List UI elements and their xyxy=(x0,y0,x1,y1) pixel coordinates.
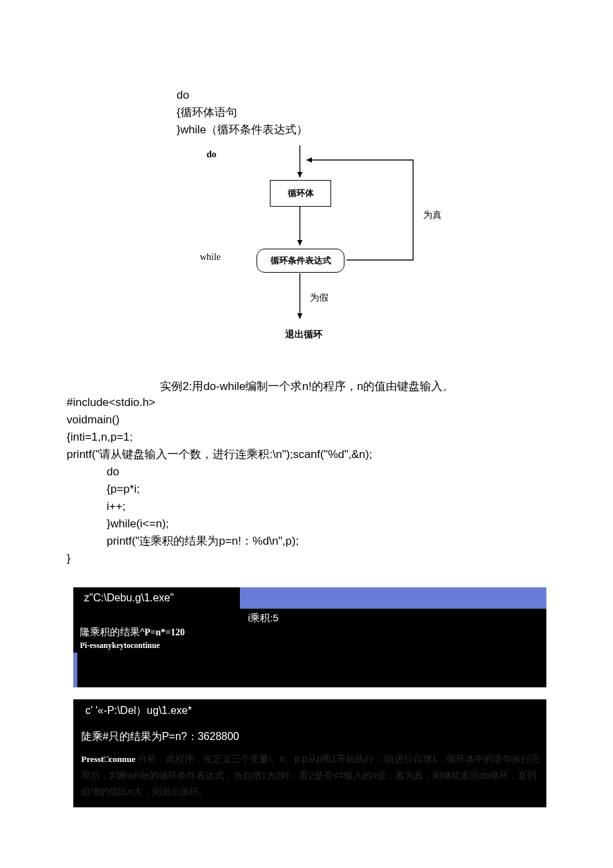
syntax-line: {循环体语句 xyxy=(177,104,613,121)
code-line: do xyxy=(67,463,613,481)
diagram-exit-label: 退出循环 xyxy=(285,329,322,341)
diagram-false-label: 为假 xyxy=(310,292,328,304)
code-line: #include<stdio.h> xyxy=(67,396,155,409)
code-line: printf("请从键盘输入一个数，进行连乘积:\n");scanf("%d",… xyxy=(67,448,372,461)
console1-output-line: 隆乘积的结果^P=n*=120 xyxy=(80,626,185,639)
syntax-line: }while（循环条件表达式） xyxy=(177,121,613,139)
diagram-true-label: 为真 xyxy=(423,209,442,221)
console-window-1: z"C:\Debu.g\1.exe" i乘积:5 隆乘积的结果^P=n*=120… xyxy=(73,587,546,687)
code-line: voidmain() xyxy=(67,413,119,426)
console-group: z"C:\Debu.g\1.exe" i乘积:5 隆乘积的结果^P=n*=120… xyxy=(73,587,546,807)
console1-titlebar-right xyxy=(240,587,546,609)
console1-title: z"C:\Debu.g\1.exe" xyxy=(73,587,240,609)
console2-title: c' '«-P:\Del）ug\1.exe* xyxy=(73,699,546,722)
console1-press-line: Pi-essanykeytocontinue xyxy=(80,641,160,651)
example-text: 实例2:用do-while编制一个求n!的程序，n的值由键盘输入。 xyxy=(160,379,613,394)
flowchart-diagram: do while 循环体 循环条件表达式 为真 为假 退出循环 xyxy=(167,145,500,352)
console-window-2: c' '«-P:\Del）ug\1.exe* 陡乘#只的结果为P=n?：3628… xyxy=(73,699,546,807)
analysis-text: 分析：此程序，先定义三个变量i、n、p,p从p乘1开始执行，i自进行自增1，循环… xyxy=(81,753,540,797)
document-page: do {循环体语句 }while（循环条件表达式） do while 循环体 循… xyxy=(0,0,613,868)
code-line: {inti=1,n,p=1; xyxy=(67,431,133,443)
diagram-do-label: do xyxy=(207,149,217,160)
syntax-block: do {循环体语句 }while（循环条件表达式） xyxy=(177,87,613,139)
syntax-line: do xyxy=(177,87,613,104)
diagram-body-box: 循环体 xyxy=(270,180,331,207)
diagram-while-label: while xyxy=(200,252,221,263)
code-line: } xyxy=(67,552,71,565)
console2-analysis: Presst□connue 分析：此程序，先定义三个变量i、n、p,p从p乘1开… xyxy=(73,748,546,807)
code-line: printf("连乘积的结果为p=n!：%d\n",p); xyxy=(67,533,613,550)
code-block: #include<stdio.h> voidmain() {inti=1,n,p… xyxy=(67,394,613,567)
console1-subtitle: i乘积:5 xyxy=(240,609,546,627)
code-line: {p=p*i; xyxy=(67,481,613,498)
console2-press: Presst□connue xyxy=(81,754,135,764)
code-line: }while(i<=n); xyxy=(67,515,613,533)
diagram-cond-box: 循环条件表达式 xyxy=(257,249,344,273)
console1-side-strip xyxy=(73,653,77,687)
code-line: i++; xyxy=(67,498,613,515)
console2-output-line: 陡乘#只的结果为P=n?：3628800 xyxy=(73,726,546,748)
